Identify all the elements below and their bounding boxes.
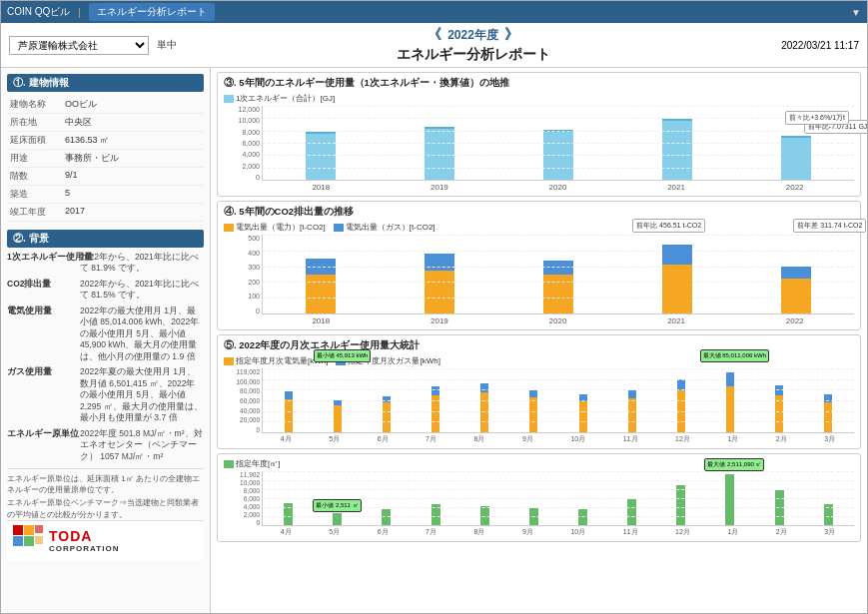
info-label: 竣工年度 — [7, 204, 62, 222]
bar-2018 — [306, 132, 336, 180]
bar4-m5: 最小値 2,511 ㎥ — [333, 513, 342, 525]
info-label: 用途 — [7, 150, 62, 168]
next-year-btn[interactable]: 》 — [504, 26, 518, 44]
bar-m5: 最小値 45,913 kWh — [334, 368, 342, 432]
chart1-annotation1: 前々比+3.6%/1万t — [785, 111, 849, 125]
top-bar-dropdown[interactable]: ▼ — [851, 7, 861, 18]
bar-m7 — [432, 368, 439, 432]
comment-text-2: 2022年の最大使用月 1月、最小値 85,014.006 kWh、2022年の… — [80, 306, 204, 362]
comment-label-2: 電気使用量 — [7, 306, 77, 362]
second-bar: 芦原運輸株式会社 単中 《 2022年度 》 エネルギー分析レポート 2022/… — [1, 23, 867, 68]
info-value: 事務所・ビル — [62, 150, 204, 168]
bar-m11 — [628, 368, 636, 432]
chart1-title: ③. 5年間のエネルギー使用量（1次エネルギー・換算値）の地推 — [224, 77, 854, 90]
comments-header: ②. 背景 — [7, 230, 204, 248]
logo-text-group: TODA CORPORATION — [49, 528, 119, 553]
svg-rect-2 — [13, 536, 23, 546]
chart2-ann2: 前年差 311.74 t-CO2 — [793, 219, 866, 233]
chart2-y-axis: 500 400 300 200 100 0 — [224, 235, 262, 314]
info-label: 延床面積 — [7, 132, 62, 150]
table-row: 階数 9/1 — [7, 168, 204, 186]
bar-m10 — [579, 368, 587, 432]
bar-m9 — [529, 368, 537, 432]
legend-item-elec-m: 指定年度月次電気量[kWh] — [224, 355, 328, 366]
chart1-x-labels: 2018 2019 2020 2021 2022 — [224, 183, 854, 192]
chart4-bars: 最小値 2,511 ㎥ 最大値 2,511,090 ㎥ — [263, 471, 854, 525]
info-label: 築造 — [7, 186, 62, 204]
chart4-x-labels: 4月5月6月 7月8月9月 10月11月12月 1月2月3月 — [224, 527, 854, 537]
bar-2020 — [543, 130, 573, 180]
chart3-x-labels: 4月5月6月 7月8月9月 10月11月12月 1月2月3月 — [224, 434, 854, 444]
bar-2021 — [662, 119, 692, 180]
toda-logo-icon — [13, 525, 43, 555]
info-value: OOビル — [62, 96, 204, 114]
bar-group-2020 — [543, 235, 573, 313]
legend-label-gas-m2: 指定年度[㎥] — [236, 458, 280, 469]
chart4-ann2: 最大値 2,511,090 ㎥ — [704, 458, 764, 471]
svg-rect-3 — [24, 536, 34, 546]
chart4-section: 指定年度[㎥] 11,902 10,000 8,000 6,000 4,000 … — [217, 453, 861, 542]
x-label-2021: 2021 — [617, 183, 736, 192]
chart3-bars: 最小値 45,913 kWh — [263, 368, 854, 432]
comment-row-3: ガス使用量 2022年夏の最大使用月 1月、数月値 6,501,415 ㎥、20… — [7, 366, 204, 423]
info-label: 階数 — [7, 168, 62, 186]
svg-rect-5 — [35, 536, 43, 544]
chart1-section: ③. 5年間のエネルギー使用量（1次エネルギー・換算値）の地推 1次エネルギー（… — [217, 72, 861, 197]
comment-label-4: エネルギー原単位 — [7, 428, 77, 462]
legend-box-gas — [334, 224, 344, 232]
prev-year-btn[interactable]: 《 — [428, 26, 441, 44]
table-row: 延床面積 6136.53 ㎡ — [7, 132, 204, 150]
bar-2019 — [425, 127, 454, 180]
chart2-legend: 電気出量（電力）[t-CO2] 電気出量（ガス）[t-CO2] — [224, 222, 854, 233]
legend-box-elec — [224, 224, 234, 232]
bar4-m10 — [578, 509, 587, 525]
comment-text-0: 2022年から、2021年比に比べて 81.9% です。 — [80, 252, 204, 275]
chart3-section: ⑤. 2022年度の月次エネルギー使用量大統計 指定年度月次電気量[kWh] 指… — [217, 334, 861, 449]
report-date: 2022/03/21 11:17 — [769, 40, 859, 51]
bar-m1: 最大値 85,011,006 kWh — [726, 368, 734, 432]
bar4-m11 — [627, 499, 636, 525]
comment-text-4: 2022年度 501.8 MJ/㎡・m²、対エネオセンター（ベンチマーク） 10… — [80, 428, 204, 462]
chart2-x-labels: 2018 2019 2020 2021 2022 — [224, 316, 854, 325]
bar4-m9 — [529, 508, 538, 525]
legend-item-elec: 電気出量（電力）[t-CO2] — [224, 222, 326, 233]
chart4-y-axis: 11,902 10,000 8,000 6,000 4,000 2,000 0 — [224, 471, 262, 526]
legend-item-gas-m2: 指定年度[㎥] — [224, 458, 280, 469]
x-label-2022: 2022 — [735, 183, 854, 192]
x-label-2020: 2020 — [498, 183, 617, 192]
building-info-header: ①. 建物情報 — [7, 74, 204, 92]
bar-group-2019 — [425, 235, 454, 313]
current-year: 2022年度 — [447, 27, 498, 44]
chart1-bars-area: 前年比-7.07311 GJ 前々比+3.6%/1万t — [262, 106, 854, 181]
bar-m2 — [775, 368, 783, 432]
chart2-bars-area: 前年比 456.51 t-CO2 前年差 311.74 t-CO2 — [262, 235, 854, 314]
building-info-table: 建物名称 OOビル 所在地 中央区 延床面積 6136.53 ㎡ 用途 事務所・… — [7, 96, 204, 222]
chart2-bars: 前年比 456.51 t-CO2 前年差 311.74 t-CO2 — [263, 235, 854, 313]
logo-name: TODA — [49, 528, 119, 544]
chart1-legend: 1次エネルギー（合計）[GJ] — [224, 93, 854, 104]
comment-label-0: 1次エネルギー使用量 — [7, 252, 77, 275]
bar-m12 — [677, 368, 685, 432]
tab-label[interactable]: エネルギー分析レポート — [89, 3, 215, 21]
chart3-ann1: 最小値 45,913 kWh — [314, 349, 372, 362]
bar-m3 — [824, 368, 832, 432]
info-value: 2017 — [62, 204, 204, 222]
chart4-bars-area: 最小値 2,511 ㎥ 最大値 2,511,090 ㎥ — [262, 471, 854, 526]
info-label: 所在地 — [7, 114, 62, 132]
comment-label-1: CO2排出量 — [7, 279, 77, 302]
legend-box-0 — [224, 95, 234, 103]
chart3-bars-area: 最小値 45,913 kWh — [262, 368, 854, 433]
legend-label-elec: 電気出量（電力）[t-CO2] — [236, 222, 326, 233]
table-row: 建物名称 OOビル — [7, 96, 204, 114]
legend-label-gas: 電気出量（ガス）[t-CO2] — [346, 222, 435, 233]
top-bar: COIN QQビル | エネルギー分析レポート ▼ — [1, 1, 867, 23]
legend-box-gas-m2 — [224, 460, 234, 468]
svg-rect-1 — [24, 525, 34, 535]
company-select[interactable]: 芦原運輸株式会社 — [9, 36, 149, 55]
top-bar-left: COIN QQビル | エネルギー分析レポート — [7, 3, 215, 21]
legend-box-elec-m — [224, 357, 234, 365]
page-main-title: エネルギー分析レポート — [185, 46, 761, 64]
app-frame: COIN QQビル | エネルギー分析レポート ▼ 芦原運輸株式会社 単中 《 … — [0, 0, 868, 614]
table-row: 築造 5 — [7, 186, 204, 204]
info-value: 5 — [62, 186, 204, 204]
